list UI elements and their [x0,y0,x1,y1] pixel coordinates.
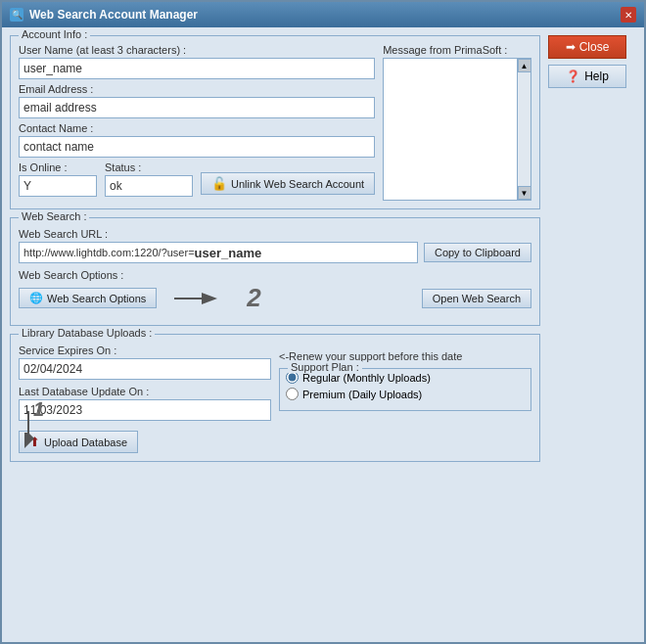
url-label: Web Search URL : [19,228,531,240]
main-window: 🔍 Web Search Account Manager ✕ Account I… [0,0,646,644]
library-db-section: Library Database Uploads : Service Expir… [10,334,540,462]
premium-radio-row: Premium (Daily Uploads) [286,388,525,400]
expires-input[interactable] [19,358,271,380]
account-info-section: Account Info : User Name (at least 3 cha… [10,35,540,209]
scrollbar-down-arrow[interactable]: ▼ [518,186,531,200]
main-panel: Account Info : User Name (at least 3 cha… [10,35,540,634]
help-button[interactable]: ❓ Help [548,65,626,88]
web-search-options-label: Web Search Options [47,293,146,304]
web-search-options-icon: 🌐 [29,292,43,304]
url-username: user_name [195,246,262,260]
last-update-label: Last Database Update On : [19,386,271,397]
window-icon: 🔍 [10,8,23,22]
web-search-section: Web Search : Web Search URL : http://www… [10,217,540,326]
copy-label: Copy to Clipboard [435,247,521,258]
unlink-btn-container: 🔓 Unlink Web Search Account [201,161,375,195]
support-plan-title: Support Plan : [288,361,362,373]
upload-row: 1 ⬆ Upload Database [19,431,271,453]
help-icon: ❓ [566,69,580,83]
scrollbar-track [518,72,531,186]
close-icon: ➡ [566,40,576,54]
db-right: <-Renew your support before this date Su… [279,345,531,453]
unlink-label: Unlink Web Search Account [231,178,364,190]
arrow-2-svg [164,284,243,313]
close-button[interactable]: ➡ Close [548,35,626,59]
side-panel: ➡ Close ❓ Help [548,35,636,634]
isonline-col: Is Online : [19,161,97,197]
status-input[interactable] [105,175,193,197]
isonline-input[interactable] [19,175,97,197]
message-box: ▲ ▼ [383,58,531,201]
renew-text: <-Renew your support before this date [279,348,531,362]
isonline-label: Is Online : [19,161,97,173]
contact-row: Contact Name : [19,122,375,158]
open-web-search-button[interactable]: Open Web Search [422,289,531,308]
status-label: Status : [105,161,193,173]
options-label: Web Search Options : [19,269,531,281]
title-close-button[interactable]: ✕ [621,7,636,23]
web-search-title: Web Search : [19,210,89,222]
url-prefix: http://www.lightdb.com:1220/?user= [23,247,195,258]
scrollbar-up-arrow[interactable]: ▲ [518,59,531,72]
open-web-search-label: Open Web Search [433,293,521,304]
svg-text:1: 1 [33,398,44,420]
annotation-number-2: 2 [247,283,260,313]
close-label: Close [579,40,610,54]
title-bar-left: 🔍 Web Search Account Manager [10,8,198,22]
email-input[interactable] [19,97,375,118]
username-input[interactable] [19,58,375,79]
annotation-1-container: 1 ⬆ Upload Database [19,431,138,453]
support-plan-group: Support Plan : Regular (Monthly Uploads)… [279,368,531,411]
library-db-content: Service Expires On : Last Database Updat… [19,345,531,453]
copy-to-clipboard-button[interactable]: Copy to Clipboard [424,243,531,262]
email-row: Email Address : [19,83,375,118]
username-row: User Name (at least 3 characters) : [19,44,375,79]
content-area: Account Info : User Name (at least 3 cha… [2,27,644,642]
web-search-options-button[interactable]: 🌐 Web Search Options [19,288,157,308]
account-info-title: Account Info : [19,28,90,40]
unlink-button[interactable]: 🔓 Unlink Web Search Account [201,172,375,195]
window-title: Web Search Account Manager [29,8,198,22]
message-label: Message from PrimaSoft : [383,44,531,56]
expires-row: Service Expires On : [19,345,271,380]
username-label: User Name (at least 3 characters) : [19,44,375,56]
expires-label: Service Expires On : [19,345,271,356]
status-col: Status : [105,161,193,197]
db-section-content: Service Expires On : Last Database Updat… [19,345,531,453]
options-row: 🌐 Web Search Options [19,283,531,313]
email-label: Email Address : [19,83,375,95]
premium-radio[interactable] [286,388,299,400]
annotation-container: 🌐 Web Search Options [19,283,531,313]
library-db-title: Library Database Uploads : [19,327,155,339]
arrow-1-svg: 1 [0,401,58,450]
account-info-right: Message from PrimaSoft : ▲ ▼ [383,44,531,201]
db-left: Service Expires On : Last Database Updat… [19,345,271,453]
title-bar: 🔍 Web Search Account Manager ✕ [2,2,644,27]
help-label: Help [584,69,609,83]
account-info-left: User Name (at least 3 characters) : Emai… [19,44,375,201]
account-message-area: User Name (at least 3 characters) : Emai… [19,44,531,201]
url-display: http://www.lightdb.com:1220/?user=user_n… [19,242,418,263]
contact-input[interactable] [19,136,375,158]
regular-label: Regular (Monthly Uploads) [302,372,431,384]
web-search-content: Web Search URL : http://www.lightdb.com:… [19,228,531,313]
premium-label: Premium (Daily Uploads) [302,389,422,400]
unlink-icon: 🔓 [211,176,227,191]
url-row: http://www.lightdb.com:1220/?user=user_n… [19,242,531,263]
contact-label: Contact Name : [19,122,375,134]
status-row: Is Online : Status : 🔓 Unlink Web Se [19,161,375,197]
annotation-2: 2 [164,283,413,313]
message-scrollbar[interactable]: ▲ ▼ [517,59,531,200]
